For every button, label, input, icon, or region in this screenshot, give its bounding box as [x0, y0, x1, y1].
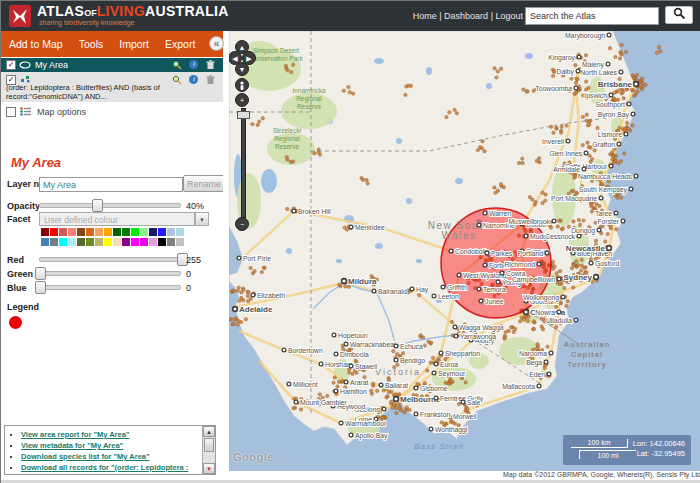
palette-swatch[interactable]: [122, 228, 130, 236]
palette-swatch[interactable]: [104, 238, 112, 246]
layer-checkbox-my-area[interactable]: ✓: [6, 60, 16, 70]
palette-swatch[interactable]: [131, 228, 139, 236]
map-options-checkbox[interactable]: [6, 107, 16, 117]
zoom-slider-handle[interactable]: [237, 111, 250, 119]
action-link[interactable]: Download all records for "(order: Lepido…: [21, 463, 197, 475]
town-marker: [624, 132, 628, 136]
layer-row-my-area[interactable]: ✓ My Area i: [1, 58, 223, 72]
palette-swatch[interactable]: [41, 228, 49, 236]
street-view-pegman-button[interactable]: [235, 78, 249, 92]
occurrence-record-dot: [483, 150, 486, 153]
occurrence-record-dot: [336, 385, 339, 388]
palette-swatch[interactable]: [167, 238, 175, 246]
palette-swatch[interactable]: [59, 228, 67, 236]
town-marker: [379, 383, 383, 387]
zoom-in-button[interactable]: +: [235, 93, 249, 107]
blue-slider-thumb[interactable]: [35, 281, 46, 294]
palette-swatch[interactable]: [77, 238, 85, 246]
palette-swatch[interactable]: [68, 238, 76, 246]
occurrence-record-dot: [455, 112, 458, 115]
palette-swatch[interactable]: [140, 228, 148, 236]
green-slider[interactable]: [39, 267, 181, 278]
palette-swatch[interactable]: [86, 238, 94, 246]
palette-swatch[interactable]: [50, 228, 58, 236]
red-slider[interactable]: [39, 253, 181, 264]
occurrence-record-dot: [333, 376, 336, 379]
palette-swatch[interactable]: [95, 228, 103, 236]
zoom-to-layer-icon[interactable]: [172, 60, 182, 72]
opacity-slider[interactable]: [39, 199, 181, 210]
palette-swatch[interactable]: [158, 238, 166, 246]
menu-item-add-to-map[interactable]: Add to Map: [1, 31, 71, 57]
palette-swatch[interactable]: [149, 228, 157, 236]
palette-swatch[interactable]: [113, 238, 121, 246]
action-link[interactable]: View area report for "My Area": [21, 430, 129, 439]
palette-swatch[interactable]: [95, 238, 103, 246]
occurrence-record-dot: [591, 157, 594, 160]
search-button[interactable]: [665, 6, 693, 24]
palette-swatch[interactable]: [158, 228, 166, 236]
action-link[interactable]: Download species list for "My Area": [21, 452, 150, 461]
rename-button[interactable]: Rename: [183, 175, 225, 192]
scroll-thumb[interactable]: [204, 438, 214, 452]
zoom-slider-track[interactable]: [241, 108, 246, 218]
palette-swatch[interactable]: [131, 238, 139, 246]
town-marker: [382, 407, 386, 411]
search-input[interactable]: [525, 7, 659, 25]
opacity-slider-track[interactable]: [39, 203, 181, 208]
palette-swatch[interactable]: [59, 238, 67, 246]
palette-swatch[interactable]: [140, 238, 148, 246]
palette-swatch[interactable]: [113, 228, 121, 236]
scroll-down-arrow[interactable]: ▼: [203, 463, 215, 474]
town-marker: [434, 396, 438, 400]
palette-swatch[interactable]: [68, 228, 76, 236]
links-scrollbar[interactable]: ▲ ▼: [202, 426, 215, 474]
town-marker: [237, 256, 241, 260]
layer-delete-icon[interactable]: [206, 60, 215, 72]
occurrence-record-dot: [552, 70, 555, 73]
palette-swatch[interactable]: [41, 238, 49, 246]
green-slider-thumb[interactable]: [35, 267, 46, 280]
town-label: Wollongong: [523, 294, 559, 302]
scroll-up-arrow[interactable]: ▲: [203, 426, 215, 437]
palette-swatch[interactable]: [122, 238, 130, 246]
palette-swatch[interactable]: [77, 228, 85, 236]
blue-slider-track[interactable]: [39, 285, 181, 290]
occurrence-record-dot: [522, 88, 525, 91]
palette-swatch[interactable]: [167, 228, 175, 236]
layer-info-icon[interactable]: i: [189, 60, 198, 69]
sidebar-collapse-button[interactable]: «: [209, 36, 224, 51]
occurrence-record-dot: [541, 201, 544, 204]
facet-dropdown-arrow-icon[interactable]: ▼: [195, 212, 209, 226]
town-marker: [483, 263, 487, 267]
map-options-row[interactable]: Map options: [1, 105, 223, 118]
town-marker: [545, 251, 549, 255]
palette-swatch[interactable]: [176, 238, 184, 246]
occurrence-record-dot: [549, 125, 552, 128]
menu-item-export[interactable]: Export: [157, 31, 203, 57]
palette-swatch[interactable]: [86, 228, 94, 236]
layer-row-species-query[interactable]: ✓ i (order: Lepidoptera : Butterflies) A…: [1, 72, 223, 102]
pan-down-button[interactable]: ▼: [235, 62, 249, 76]
action-link[interactable]: View metadata for "My Area": [21, 441, 123, 450]
menu-item-import[interactable]: Import: [111, 31, 157, 57]
blue-slider[interactable]: [39, 281, 181, 292]
occurrence-record-dot: [344, 285, 347, 288]
town-marker: [597, 228, 601, 232]
layer-name-input[interactable]: [39, 177, 183, 192]
opacity-slider-thumb[interactable]: [92, 199, 103, 212]
brand-atlas: ATLAS: [37, 3, 84, 19]
palette-swatch[interactable]: [176, 228, 184, 236]
menu-item-tools[interactable]: Tools: [71, 31, 112, 57]
header-nav-links[interactable]: Home | Dashboard | Logout: [413, 11, 523, 21]
red-slider-track[interactable]: [39, 257, 181, 262]
zoom-out-button[interactable]: −: [235, 217, 249, 231]
ala-logo-icon[interactable]: [9, 5, 31, 27]
facet-select[interactable]: User defined colour: [39, 212, 195, 226]
green-slider-track[interactable]: [39, 271, 181, 276]
palette-swatch[interactable]: [50, 238, 58, 246]
map-canvas[interactable]: Simpson DesertConservation ParkInnaminck…: [229, 31, 700, 471]
occurrence-record-dot: [476, 148, 479, 151]
palette-swatch[interactable]: [104, 228, 112, 236]
palette-swatch[interactable]: [149, 238, 157, 246]
